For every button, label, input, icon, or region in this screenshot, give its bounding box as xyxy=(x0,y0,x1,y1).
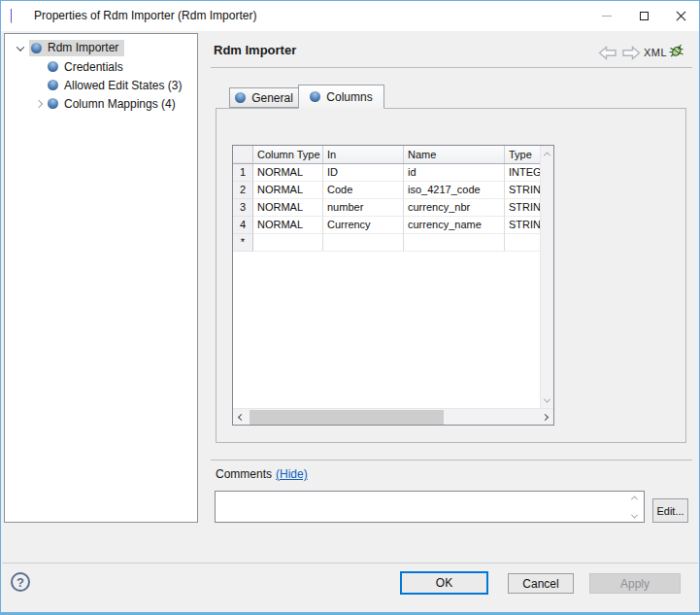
header-separator xyxy=(211,67,692,68)
table-cell[interactable]: currency_nbr xyxy=(404,199,505,217)
row-number-cell: 3 xyxy=(233,199,253,217)
comments-separator xyxy=(211,460,692,461)
column-header[interactable]: Type xyxy=(505,146,540,163)
validate-bug-icon[interactable] xyxy=(668,43,684,59)
table-row[interactable]: 3 NORMAL number currency_nbr STRING xyxy=(233,199,540,217)
table-cell[interactable]: NORMAL xyxy=(253,164,323,182)
tab-icon xyxy=(310,91,320,102)
hide-comments-link[interactable]: (Hide) xyxy=(276,467,308,481)
tree-item-credentials[interactable]: Credentials xyxy=(5,57,197,76)
help-icon: ? xyxy=(17,575,24,590)
spinner-up-icon xyxy=(630,495,637,502)
table-cell[interactable]: STRING xyxy=(505,199,540,217)
expander-collapse-icon[interactable] xyxy=(11,39,29,57)
table-cell[interactable]: currency_name xyxy=(404,217,505,234)
table-cell[interactable]: STRING xyxy=(505,217,540,234)
tab-columns[interactable]: Columns xyxy=(298,85,384,109)
table-header-row: Column Type In Name Type xyxy=(233,146,540,164)
tree-selection: Rdm Importer xyxy=(29,40,124,56)
scroll-left-icon xyxy=(238,413,245,420)
footer-separator xyxy=(2,563,698,564)
close-icon xyxy=(676,11,686,21)
node-icon xyxy=(31,43,42,53)
table-cell[interactable]: number xyxy=(323,199,404,217)
forward-button[interactable] xyxy=(621,46,641,60)
tab-general[interactable]: General xyxy=(229,87,298,108)
table-row[interactable]: 1 NORMAL ID id INTEGER xyxy=(233,164,540,182)
table-cell[interactable] xyxy=(404,234,505,252)
edit-comments-button[interactable]: Edit... xyxy=(652,498,688,523)
horizontal-scrollbar[interactable] xyxy=(233,408,553,425)
minimize-button[interactable] xyxy=(588,1,625,31)
table-cell[interactable]: Code xyxy=(323,182,404,199)
table-cell[interactable]: NORMAL xyxy=(253,217,323,234)
help-button[interactable]: ? xyxy=(11,572,30,592)
back-button[interactable] xyxy=(598,46,617,60)
xml-view-button[interactable]: XML xyxy=(644,47,667,58)
forward-arrow-icon xyxy=(621,46,641,60)
scroll-down-icon xyxy=(544,395,550,402)
tree-item-allowed-edit-states[interactable]: Allowed Edit States (3) xyxy=(5,76,197,94)
table-cell[interactable]: NORMAL xyxy=(253,199,323,217)
table-cell[interactable]: INTEGER xyxy=(505,164,540,182)
back-arrow-icon xyxy=(598,46,617,60)
column-mappings-table: Column Type In Name Type 1 NORMAL ID id … xyxy=(232,145,554,426)
properties-dialog: Properties of Rdm Importer (Rdm Importer… xyxy=(0,0,700,615)
tree-item-label: Rdm Importer xyxy=(48,41,118,54)
tree-item-label: Allowed Edit States (3) xyxy=(64,79,182,92)
table-cell[interactable] xyxy=(253,234,323,252)
properties-tree: Rdm Importer Credentials Allowed Edit St… xyxy=(4,33,198,523)
tree-item-label: Credentials xyxy=(64,60,123,74)
node-icon xyxy=(48,61,58,72)
node-icon xyxy=(48,80,58,90)
row-number-cell: 4 xyxy=(233,217,253,234)
row-number-cell: * xyxy=(233,234,253,252)
close-button[interactable] xyxy=(662,1,699,31)
table-cell[interactable]: Currency xyxy=(323,217,404,234)
title-bar[interactable]: Properties of Rdm Importer (Rdm Importer… xyxy=(1,1,699,31)
table-cell[interactable]: NORMAL xyxy=(253,182,323,199)
table-cell[interactable]: iso_4217_code xyxy=(404,182,505,199)
expander-expand-icon[interactable] xyxy=(29,94,48,113)
spinner-down-icon xyxy=(630,512,637,519)
tree-item-rdm-importer[interactable]: Rdm Importer xyxy=(5,39,197,57)
tab-label: Columns xyxy=(326,90,372,104)
table-cell[interactable] xyxy=(323,234,404,252)
table-cell[interactable] xyxy=(505,234,540,252)
minimize-icon xyxy=(602,16,612,17)
maximize-button[interactable] xyxy=(625,1,662,31)
scroll-down-button[interactable] xyxy=(541,393,553,408)
horizontal-scrollbar-thumb[interactable] xyxy=(250,410,444,425)
chevron-right-icon xyxy=(34,99,42,107)
scroll-up-button[interactable] xyxy=(541,146,553,161)
column-header[interactable]: Column Type xyxy=(253,146,323,163)
table-new-row[interactable]: * xyxy=(233,234,540,252)
ok-button[interactable]: OK xyxy=(400,571,488,595)
comments-scroll-spinner[interactable] xyxy=(629,495,639,519)
tab-label: General xyxy=(251,91,293,105)
window-title: Properties of Rdm Importer (Rdm Importer… xyxy=(34,1,256,31)
vertical-scrollbar[interactable] xyxy=(540,146,553,408)
table-row[interactable]: 4 NORMAL Currency currency_name STRING xyxy=(233,217,540,234)
scroll-up-icon xyxy=(544,152,550,158)
cancel-button[interactable]: Cancel xyxy=(508,573,574,594)
table-cell[interactable]: id xyxy=(404,164,505,182)
chevron-down-icon xyxy=(16,43,23,51)
table-row[interactable]: 2 NORMAL Code iso_4217_code STRING xyxy=(233,182,540,199)
comments-label: Comments xyxy=(216,467,272,481)
app-icon xyxy=(11,9,26,24)
apply-button[interactable]: Apply xyxy=(589,573,681,594)
tab-icon xyxy=(235,92,246,103)
table-cell[interactable]: ID xyxy=(323,164,404,182)
table-cell[interactable]: STRING xyxy=(505,182,540,199)
row-number-header xyxy=(233,146,253,163)
scroll-right-button[interactable] xyxy=(537,409,553,425)
node-icon xyxy=(48,98,58,109)
row-number-cell: 2 xyxy=(233,182,253,199)
column-header[interactable]: Name xyxy=(404,146,505,163)
comments-textarea[interactable] xyxy=(215,491,645,523)
scroll-left-button[interactable] xyxy=(233,409,250,425)
column-header[interactable]: In xyxy=(323,146,404,163)
tree-item-column-mappings[interactable]: Column Mappings (4) xyxy=(5,94,197,113)
caption-buttons xyxy=(588,1,699,31)
